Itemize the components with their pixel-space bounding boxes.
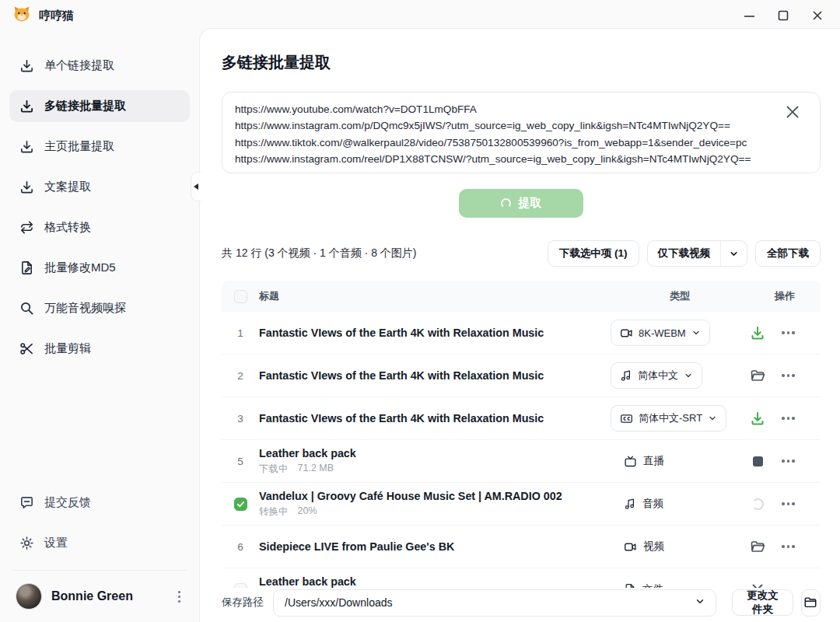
download-all-button[interactable]: 全部下载	[755, 240, 821, 267]
row-index: 5	[237, 456, 243, 467]
row-title: Vandelux | Groovy Café House Music Set |…	[259, 490, 603, 502]
table-row: Vandelux | Groovy Café House Music Set |…	[222, 483, 821, 526]
download-videos-only-button[interactable]: 仅下载视频	[648, 241, 721, 266]
type-label: 简体中文-SRT	[639, 411, 702, 425]
row-index: 1	[237, 327, 243, 339]
sidebar-item-format-convert[interactable]: 格式转换	[9, 211, 190, 243]
download-videos-only-split-button: 仅下载视频	[647, 240, 748, 267]
sidebar-item-label: 批量剪辑	[44, 341, 91, 356]
titlebar: 哼哼猫	[0, 0, 840, 31]
sidebar-item-single-link-extract[interactable]: 单个链接提取	[9, 50, 190, 82]
sidebar-item-feedback[interactable]: 提交反馈	[9, 487, 190, 519]
video-camera-icon	[624, 540, 637, 554]
chevron-down-icon	[691, 328, 701, 337]
maximize-icon[interactable]	[772, 5, 795, 26]
closed-caption-icon	[620, 412, 633, 425]
more-actions-icon[interactable]	[782, 414, 795, 423]
save-path-select[interactable]: /Users/xxx/Downloads	[273, 589, 716, 617]
status-value: 71.2 MB	[298, 463, 334, 476]
clear-input-icon[interactable]	[782, 102, 803, 122]
type-label: 直播	[643, 454, 664, 468]
url-input[interactable]: https://www.youtube.com/watch?v=DOT1LmQb…	[222, 93, 820, 169]
type-indicator: 视频	[624, 540, 664, 554]
chat-bubble-icon	[19, 495, 34, 511]
sidebar-item-caption-extract[interactable]: 文案提取	[9, 171, 190, 203]
music-note-icon	[620, 369, 632, 382]
row-title: Leather back pack	[259, 575, 603, 588]
more-actions-icon[interactable]	[782, 328, 795, 337]
close-icon[interactable]	[806, 5, 829, 26]
app-title: 哼哼猫	[39, 9, 74, 23]
sidebar-item-label: 设置	[44, 536, 68, 550]
sidebar-item-multi-link-batch-extract[interactable]: 多链接批量提取	[9, 90, 190, 122]
download-tray-icon	[19, 180, 34, 195]
type-label: 音频	[642, 497, 663, 511]
page-title: 多链接批量提取	[222, 52, 821, 73]
sidebar-item-homepage-batch-extract[interactable]: 主页批量提取	[9, 131, 190, 162]
more-actions-icon[interactable]	[782, 542, 795, 551]
status-value: 20%	[298, 505, 317, 519]
sidebar-item-label: 万能音视频嗅探	[44, 301, 126, 316]
avatar	[16, 583, 42, 610]
save-path-label: 保存路径	[222, 596, 264, 610]
tv-icon	[624, 455, 637, 468]
sidebar-collapse-handle[interactable]	[191, 172, 201, 201]
download-tray-icon	[19, 58, 34, 74]
row-status: 转换中 20%	[259, 505, 603, 519]
sidebar-item-label: 多链接批量提取	[44, 99, 126, 114]
sidebar-divider	[12, 570, 187, 571]
sidebar-item-label: 文案提取	[44, 180, 91, 194]
type-indicator: 直播	[624, 454, 664, 468]
table-header: 标题 类型 操作	[222, 281, 821, 312]
sidebar-item-settings[interactable]: 设置	[9, 527, 190, 559]
video-camera-icon	[620, 327, 633, 340]
more-actions-icon[interactable]	[782, 371, 795, 380]
loading-spinner-icon	[501, 198, 511, 208]
download-icon[interactable]	[749, 410, 766, 427]
header-action: 操作	[749, 289, 821, 303]
row-index: 6	[237, 541, 243, 553]
change-folder-button[interactable]: 更改文件夹	[732, 589, 793, 616]
profile-row[interactable]: Bonnie Green	[9, 578, 190, 614]
cat-icon	[12, 5, 31, 26]
minimize-icon[interactable]	[737, 5, 761, 26]
select-all-checkbox[interactable]	[234, 290, 247, 303]
main-panel: 多链接批量提取 https://www.youtube.com/watch?v=…	[199, 28, 840, 622]
chevron-down-icon	[684, 371, 693, 380]
download-icon[interactable]	[749, 324, 766, 341]
more-actions-icon[interactable]	[782, 456, 795, 466]
table-row: 2 Fantastic VIews of the Earth 4K with R…	[222, 355, 821, 397]
url-input-box: https://www.youtube.com/watch?v=DOT1LmQb…	[222, 92, 821, 173]
row-index: 2	[237, 370, 243, 382]
folder-icon	[803, 596, 817, 610]
folder-open-icon[interactable]	[749, 367, 766, 384]
row-title: Sidepiece LIVE from Paulie Gee's BK	[259, 540, 603, 553]
sidebar-item-label: 批量修改MD5	[44, 260, 116, 275]
download-selected-button[interactable]: 下载选中项 (1)	[548, 240, 639, 267]
type-dropdown[interactable]: 简体中文	[611, 362, 702, 389]
open-folder-button[interactable]	[801, 589, 821, 617]
chevron-down-icon[interactable]	[720, 241, 747, 266]
type-label: 简体中文	[638, 369, 678, 383]
gear-icon	[19, 536, 34, 551]
row-title: Leather back pack	[259, 447, 603, 460]
save-path-value: /Users/xxx/Downloads	[285, 596, 393, 609]
extract-button[interactable]: 提取	[459, 189, 583, 218]
type-dropdown[interactable]: 简体中文-SRT	[611, 405, 726, 432]
chevron-down-icon	[708, 414, 717, 423]
folder-open-icon[interactable]	[749, 538, 766, 555]
table-row: 1 Fantastic VIews of the Earth 4K with R…	[222, 312, 821, 355]
sidebar-item-batch-modify-md5[interactable]: 批量修改MD5	[9, 252, 190, 284]
sidebar-item-media-sniffer[interactable]: 万能音视频嗅探	[9, 292, 190, 324]
download-tray-icon	[19, 99, 34, 114]
sidebar-item-batch-clip[interactable]: 批量剪辑	[9, 333, 190, 365]
app-window: 哼哼猫 单个链接提取	[0, 0, 840, 622]
profile-menu-icon[interactable]	[175, 588, 184, 606]
row-checkbox-checked[interactable]	[234, 498, 247, 511]
type-label: 8K-WEBM	[639, 327, 686, 339]
more-actions-icon[interactable]	[782, 499, 795, 508]
app-identity: 哼哼猫	[12, 5, 74, 26]
stop-icon[interactable]	[749, 453, 766, 470]
status-label: 下载中	[259, 463, 289, 476]
type-dropdown[interactable]: 8K-WEBM	[611, 320, 710, 346]
